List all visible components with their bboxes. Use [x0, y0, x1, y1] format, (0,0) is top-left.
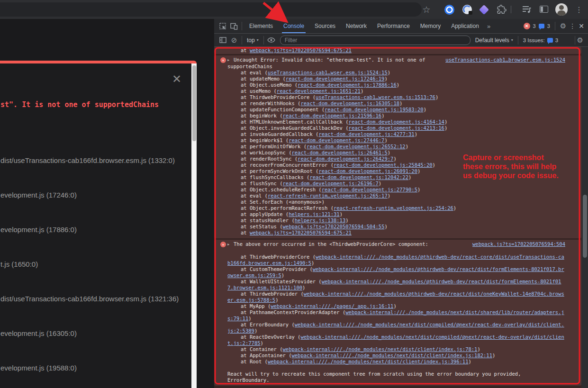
- message-count: 3: [547, 23, 550, 29]
- stack-frame-line: at Object.invokeGuardedCallbackDev (reac…: [227, 125, 567, 131]
- overlay-stack-frame: t.js (1650:0): [0, 260, 38, 268]
- extension-icon-clock[interactable]: [462, 5, 472, 14]
- stack-frame-line: at beginWork (react-dom.development.js:2…: [227, 113, 567, 119]
- inspect-element-icon[interactable]: [217, 20, 228, 32]
- error-icon: ✕: [220, 57, 226, 63]
- address-bar[interactable]: [0, 2, 422, 17]
- default-levels-dropdown[interactable]: Default levels▾: [472, 37, 516, 44]
- tab-application[interactable]: Application: [446, 19, 484, 33]
- extension-icon-blue-circle[interactable]: [444, 5, 454, 15]
- tab-memory[interactable]: Memory: [415, 19, 446, 33]
- expand-triangle-icon[interactable]: ▶: [227, 57, 234, 63]
- source-location-link[interactable]: webpack.js?ts=1702205076594:504: [472, 241, 565, 247]
- source-location-link[interactable]: react-dom.development.js:19583:20: [325, 107, 424, 112]
- overlay-scrollbar-track[interactable]: [191, 63, 197, 388]
- browser-menu-icon[interactable]: ⋮: [574, 0, 584, 19]
- source-location-link[interactable]: react-dom.development.js:21596:16: [283, 113, 382, 118]
- overlay-scrollbar-thumb[interactable]: [192, 65, 196, 141]
- extensions-puzzle-icon[interactable]: [497, 5, 507, 14]
- console-error-message: ✕▶Uncaught Error: Invalid chain: "ethere…: [214, 55, 581, 238]
- bookmark-star-icon[interactable]: ☆: [421, 0, 432, 19]
- page-content: ✕ st". It is not one of supportedChains …: [0, 19, 214, 388]
- source-location-link[interactable]: react-dom.development.js:4164:14: [349, 119, 444, 125]
- stack-frame-line: at flushSyncCallbacks (react-dom.develop…: [227, 174, 567, 180]
- console-filter-input[interactable]: [280, 36, 470, 45]
- source-location-link[interactable]: webpack.js?ts=1702205076594:675:21: [250, 47, 352, 53]
- source-location-link[interactable]: react-dom.development.js:26552:12: [307, 144, 406, 149]
- source-location-link[interactable]: react-dom.development.js:12042:22: [309, 174, 408, 180]
- stack-frame-line: at CustomThemeProvider (webpack-internal…: [227, 266, 567, 279]
- stack-frame-line: at Container (webpack-internal:///./node…: [227, 346, 567, 352]
- source-location-link[interactable]: webpack-internal:///./pages/_app.js:16:1…: [271, 303, 393, 309]
- source-location-link[interactable]: react-dom.development.js:17886:16: [298, 82, 397, 88]
- source-location-link[interactable]: react.development.js:1651:21: [277, 88, 361, 94]
- extension-icon-diamond[interactable]: [479, 5, 489, 15]
- runtime-error-text: st". It is not one of supportedChains: [0, 100, 159, 109]
- source-location-link[interactable]: react-dom.development.js:26196:7: [283, 180, 379, 186]
- source-location-link[interactable]: webpack-internal:///./node_modules/next/…: [268, 359, 469, 364]
- message-bubble-icon[interactable]: [539, 24, 544, 28]
- devtools-close-icon[interactable]: ✕: [579, 22, 584, 30]
- console-scrollbar-track[interactable]: [581, 47, 588, 388]
- context-selector[interactable]: top▾: [244, 37, 262, 44]
- stack-frame-line: at ThirdwebProviderCore (webpack-interna…: [227, 254, 567, 266]
- stack-frame-line: at ThirdwebProvider (webpack-internal://…: [227, 291, 567, 303]
- stack-frame-line: at Object.useMemo (react-dom.development…: [227, 82, 567, 88]
- source-location-link[interactable]: react-dom.development.js:25845:20: [334, 162, 433, 168]
- source-location-link[interactable]: helpers.js:121:31: [289, 211, 339, 217]
- console-text-line: React will try to recreate this componen…: [227, 371, 567, 377]
- profile-avatar[interactable]: [555, 3, 568, 16]
- overlay-close-icon[interactable]: ✕: [170, 72, 184, 86]
- source-location-link[interactable]: react-dom.development.js:17246:19: [286, 76, 385, 81]
- stack-frame-line: at Object.performReactRefresh (react-ref…: [227, 205, 567, 211]
- stack-frame-line: at flushSync (react-dom.development.js:2…: [227, 180, 567, 187]
- source-location-link[interactable]: webpack.js?ts=1702205076594:675:21: [250, 230, 352, 235]
- error-message-text: ▶The above error occurred in the <Thirdw…: [227, 241, 567, 248]
- live-expression-eye-icon[interactable]: [266, 35, 277, 46]
- overlay-stack-frame: dist/useTransactions-cab166fd.browser.es…: [0, 156, 175, 164]
- source-location-link[interactable]: useTransactions-cab1…wser.esm.js:1513:76: [316, 94, 435, 100]
- side-panel-icon[interactable]: [540, 6, 548, 13]
- source-location-link[interactable]: react-dom.development.js:26429:7: [298, 156, 393, 162]
- source-location-link[interactable]: useTransactions-cab1…wser.esm.js:1524:15: [268, 70, 388, 75]
- console-settings-icon[interactable]: ⚙: [577, 36, 583, 45]
- source-location-link[interactable]: react-refresh-runtim…velopment.js:254:26: [334, 205, 453, 211]
- tab-console[interactable]: Console: [278, 19, 309, 33]
- source-location-link[interactable]: react-refresh-runtim…velopment.js:265:17: [268, 193, 388, 199]
- console-scrollbar-thumb[interactable]: [583, 195, 587, 258]
- source-location-link[interactable]: react-dom.development.js:27790:5: [322, 187, 417, 192]
- screenshot-root: ☆ ⋮ ✕ st". It is not one of supportedCha…: [0, 0, 588, 388]
- source-location-link[interactable]: webpack-internal:///./node_modules/next/…: [291, 352, 492, 358]
- devtools-menu-icon[interactable]: ⋮: [569, 22, 576, 30]
- tab-performance[interactable]: Performance: [372, 19, 415, 33]
- more-tabs-icon[interactable]: »: [484, 23, 493, 30]
- source-location-link[interactable]: useTransactions-cab1…browser.esm.js:1524: [445, 57, 565, 63]
- source-location-link[interactable]: react-dom.development.js:26091:20: [318, 168, 417, 174]
- media-playlist-icon[interactable]: [522, 5, 532, 14]
- stack-frame-line: at Root (webpack-internal:///./node_modu…: [227, 359, 567, 365]
- issues-counter[interactable]: 3 Issues: 3: [520, 37, 561, 43]
- console-sidebar-icon[interactable]: [217, 35, 228, 46]
- console-error-badge-icon[interactable]: ✕: [524, 23, 530, 29]
- source-location-link[interactable]: react-dom.development.js:26461:5: [291, 150, 387, 155]
- source-location-link[interactable]: webpack-internal:///./node_modules/next/…: [283, 346, 478, 352]
- tab-elements[interactable]: Elements: [244, 19, 278, 33]
- source-location-link[interactable]: helpers.js:138:13: [295, 217, 345, 223]
- devtools-settings-icon[interactable]: ⚙: [560, 22, 566, 30]
- expand-triangle-icon[interactable]: ▶: [227, 242, 234, 248]
- source-location-link[interactable]: react-dom.development.js:16305:18: [300, 100, 399, 106]
- blank-line: [227, 365, 567, 371]
- stack-frame-line: at ThirdwebProviderCore (useTransactions…: [227, 94, 567, 100]
- stack-frame-line: at workLoopSync (react-dom.development.j…: [227, 150, 567, 156]
- source-location-link[interactable]: react-dom.development.js:27446:7: [289, 137, 384, 143]
- source-location-link[interactable]: react-dom.development.js:4277:31: [318, 131, 414, 137]
- clear-console-icon[interactable]: ⊘: [228, 35, 240, 46]
- device-toolbar-icon[interactable]: [228, 20, 240, 32]
- source-location-link[interactable]: react-dom.development.js:4213:16: [349, 125, 444, 131]
- stack-frame-line: at Object.scheduleRefresh (react-dom.dev…: [227, 187, 567, 193]
- stack-frame-line: at setStatus (webpack.js?ts=170220507659…: [227, 224, 567, 230]
- stack-frame-line: at invokeGuardedCallback (react-dom.deve…: [227, 131, 567, 137]
- tab-sources[interactable]: Sources: [309, 19, 341, 33]
- source-location-link[interactable]: webpack.js?ts=1702205076594:504:55: [283, 224, 385, 229]
- tab-network[interactable]: Network: [341, 19, 372, 33]
